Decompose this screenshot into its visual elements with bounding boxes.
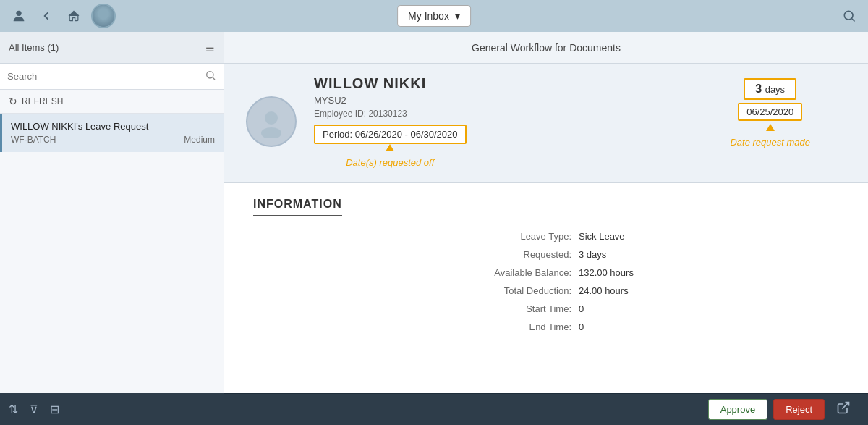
days-label: days (765, 84, 785, 95)
dates-requested-label: Date(s) requested off (346, 157, 434, 168)
emp-name: WILLOW NIKKI (314, 75, 467, 92)
refresh-bar[interactable]: ↻ REFRESH (0, 90, 224, 114)
info-field-label: Leave Type: (398, 231, 579, 242)
info-field-label: Total Deduction: (398, 285, 579, 296)
info-field-label: Requested: (398, 249, 579, 260)
user-icon[interactable] (9, 6, 29, 26)
nav-right (839, 6, 859, 26)
info-grid: Leave Type:Sick LeaveRequested:3 daysAva… (398, 231, 760, 332)
all-items-label: All Items (1) (9, 42, 59, 53)
filter-icon[interactable]: ⚌ (205, 42, 215, 54)
emp-id-label: Employee ID: (314, 109, 366, 119)
svg-line-2 (852, 19, 855, 22)
days-section: 3 days 06/25/2020 Date request made (730, 78, 810, 148)
svg-line-4 (213, 77, 215, 80)
svg-point-1 (844, 11, 853, 20)
days-box: 3 days (744, 78, 796, 100)
list-item-meta: WF-BATCH Medium (11, 135, 215, 145)
days-count: 3 (755, 83, 762, 95)
emp-id: Employee ID: 20130123 (314, 109, 467, 119)
sidebar: All Items (1) ⚌ ↻ REFRESH WILLOW NIKKI's… (0, 32, 224, 425)
list-item-title: WILLOW NIKKI's Leave Request (11, 121, 215, 132)
date-arrow (766, 124, 775, 131)
sidebar-header: All Items (1) ⚌ (0, 32, 224, 64)
emp-info: WILLOW NIKKI MYSU2 Employee ID: 20130123… (314, 75, 467, 168)
info-field-label: End Time: (398, 321, 579, 332)
search-icon (205, 70, 216, 83)
info-field-label: Start Time: (398, 303, 579, 314)
emp-id-value: 20130123 (368, 109, 407, 119)
svg-point-6 (261, 127, 281, 138)
export-button[interactable] (830, 397, 856, 421)
info-field-value: 0 (579, 321, 760, 332)
content-header-bar: General Workflow for Documents (224, 32, 868, 64)
info-field-value: 3 days (579, 249, 760, 260)
nav-left (9, 4, 116, 28)
info-field-value: 0 (579, 303, 760, 314)
info-title: INFORMATION (253, 198, 342, 216)
list-item[interactable]: WILLOW NIKKI's Leave Request WF-BATCH Me… (0, 114, 224, 152)
svg-point-0 (16, 11, 21, 16)
period-arrow-up (386, 144, 394, 151)
nav-search-icon[interactable] (839, 6, 859, 26)
date-request-made-label: Date request made (730, 137, 810, 148)
info-section: INFORMATION Leave Type:Sick LeaveRequest… (224, 183, 868, 393)
refresh-label: REFRESH (22, 96, 63, 106)
grid-icon[interactable]: ⊟ (50, 403, 59, 416)
request-date: 06/25/2020 (746, 106, 793, 117)
refresh-icon: ↻ (9, 96, 17, 107)
info-field-value: 132.00 hours (579, 267, 760, 278)
top-nav-bar: My Inbox ▾ (0, 0, 868, 32)
list-item-batch: WF-BATCH (11, 135, 56, 145)
info-field-value: Sick Leave (579, 231, 760, 242)
home-icon[interactable] (64, 6, 84, 26)
info-field-label: Available Balance: (398, 267, 579, 278)
sidebar-bottom: ⇅ ⊽ ⊟ (0, 393, 224, 425)
svg-point-3 (207, 72, 213, 78)
workflow-title: General Workflow for Documents (472, 42, 621, 54)
nav-center: My Inbox ▾ (397, 5, 471, 27)
employee-card: WILLOW NIKKI MYSU2 Employee ID: 20130123… (224, 64, 868, 183)
reject-button[interactable]: Reject (773, 399, 825, 420)
approve-button[interactable]: Approve (708, 399, 767, 420)
period-group: Period: 06/26/2020 - 06/30/2020 Date(s) … (314, 122, 467, 168)
content-area: General Workflow for Documents WILLOW NI… (224, 32, 868, 425)
inbox-dropdown[interactable]: My Inbox ▾ (397, 5, 471, 27)
dropdown-icon: ▾ (455, 10, 460, 22)
filter-list-icon[interactable]: ⊽ (30, 403, 38, 416)
sort-icon[interactable]: ⇅ (9, 403, 18, 416)
list-item-priority: Medium (184, 135, 215, 145)
svg-point-5 (265, 111, 278, 125)
action-bar: Approve Reject (224, 393, 868, 425)
period-value: 06/26/2020 - 06/30/2020 (355, 129, 458, 140)
inbox-label: My Inbox (408, 10, 449, 22)
emp-avatar (246, 96, 297, 147)
info-field-value: 24.00 hours (579, 285, 760, 296)
back-icon[interactable] (36, 6, 56, 26)
date-box: 06/25/2020 (738, 103, 802, 121)
search-input[interactable] (7, 71, 200, 82)
emp-sub: MYSU2 (314, 95, 467, 106)
svg-line-7 (842, 403, 848, 409)
period-label: Period: (323, 129, 352, 140)
search-bar (0, 64, 224, 90)
period-box: Period: 06/26/2020 - 06/30/2020 (314, 125, 467, 144)
avatar[interactable] (91, 4, 116, 28)
